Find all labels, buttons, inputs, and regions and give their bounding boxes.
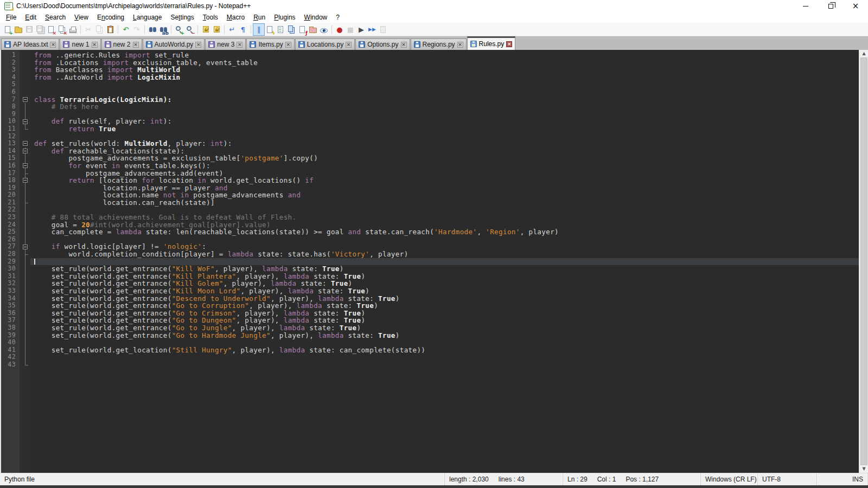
fold-collapse-icon[interactable] [23, 163, 28, 168]
redo-icon[interactable]: ↷ [131, 24, 142, 35]
code-line[interactable]: 27 if world.logic[player] != 'nologic': [1, 243, 859, 251]
close-icon[interactable]: × [46, 24, 56, 35]
code-line[interactable]: 8 # Defs here [1, 103, 859, 111]
macro-play-icon[interactable]: ▶ [356, 24, 367, 35]
code-line[interactable]: 21 location.can_reach(state)] [1, 199, 859, 207]
macro-save-icon[interactable] [378, 24, 388, 35]
scrollbar-thumb[interactable] [860, 57, 867, 465]
fold-collapse-icon[interactable] [23, 245, 28, 249]
code-line[interactable]: 14 def reachable_locations(state): [1, 147, 859, 155]
save-all-icon[interactable] [35, 24, 46, 35]
paste-icon[interactable] [105, 24, 116, 35]
code-line[interactable]: 30 set_rule(world.get_entrance("Kill WoF… [1, 265, 859, 273]
scroll-down-icon[interactable]: ▼ [862, 466, 865, 472]
menu-item-search[interactable]: Search [41, 12, 70, 22]
code-line[interactable]: 15 postgame_advancements = exclusion_tab… [1, 155, 859, 162]
function-list-icon[interactable]: ϟ [264, 24, 275, 35]
fold-collapse-icon[interactable] [23, 178, 28, 183]
scroll-up-icon[interactable]: ▲ [862, 51, 865, 56]
tab-close-icon[interactable]: × [195, 42, 201, 48]
cut-icon[interactable]: ✂ [83, 24, 94, 35]
code-line[interactable]: 6 [1, 88, 859, 96]
zoom-in-icon[interactable]: + [174, 24, 184, 35]
fold-collapse-icon[interactable] [23, 149, 28, 153]
code-line[interactable]: 9 [1, 111, 859, 118]
menu-item-window[interactable]: Window [300, 12, 332, 22]
tab-autoworld-py[interactable]: AutoWorld.py× [143, 38, 205, 50]
menu-item-settings[interactable]: Settings [166, 12, 198, 22]
code-line[interactable]: 37 set_rule(world.get_entrance("Go to Du… [1, 317, 859, 324]
code-line[interactable]: 33 set_rule(world.get_entrance("Kill Moo… [1, 287, 859, 295]
code-line[interactable]: 32 set_rule(world.get_entrance("Kill Gol… [1, 280, 859, 287]
fold-margin[interactable] [20, 243, 30, 251]
copy-icon[interactable] [94, 24, 105, 35]
close-all-icon[interactable]: × [56, 24, 67, 35]
tab-close-icon[interactable]: × [92, 42, 98, 48]
tab-close-icon[interactable]: × [401, 42, 407, 48]
code-line[interactable]: 2from .Locations import exclusion_table,… [1, 59, 859, 67]
code-line[interactable]: 1from ..generic.Rules import set_rule [1, 52, 859, 59]
open-icon[interactable] [13, 24, 24, 35]
code-line[interactable]: 12 [1, 133, 859, 140]
tab-close-icon[interactable]: × [237, 42, 242, 48]
vertical-scrollbar[interactable]: ▲ ▼ [859, 50, 868, 473]
code-line[interactable]: 36 set_rule(world.get_entrance("Go to Cr… [1, 310, 859, 317]
code-line[interactable]: 10 def rule(self, player: int): [1, 118, 859, 125]
new-file-icon[interactable]: + [2, 24, 13, 35]
close-button[interactable]: × [843, 0, 868, 12]
code-line[interactable]: 17 postgame_advancements.add(event) [1, 170, 859, 177]
code-line[interactable]: 5 [1, 81, 859, 88]
macro-stop-icon[interactable]: ■ [345, 24, 356, 35]
code-area[interactable]: 1from ..generic.Rules import set_rule2fr… [1, 50, 859, 473]
menu-item-file[interactable]: File [2, 12, 21, 22]
code-line[interactable]: 40 [1, 339, 859, 346]
show-all-characters-icon[interactable]: ¶ [238, 24, 248, 35]
code-line[interactable]: 16 for event in events_table.keys(): [1, 162, 859, 170]
fold-collapse-icon[interactable] [23, 119, 28, 124]
indent-guide-icon[interactable]: ∥ [253, 24, 264, 35]
menu-item-tools[interactable]: Tools [199, 12, 222, 22]
menu-item-view[interactable]: View [70, 12, 93, 22]
tab-close-icon[interactable]: × [133, 42, 139, 48]
code-line[interactable]: 20 location.name not in postgame_advance… [1, 191, 859, 199]
code-line[interactable]: 11 return True [1, 125, 859, 133]
tab-close-icon[interactable]: × [285, 42, 291, 48]
code-line[interactable]: 4from ..AutoWorld import LogicMixin [1, 74, 859, 81]
tab-close-icon[interactable]: × [50, 42, 56, 48]
tab-items-py[interactable]: Items.py× [246, 38, 294, 50]
fold-margin[interactable] [20, 96, 30, 104]
fold-collapse-icon[interactable] [23, 97, 28, 102]
save-icon[interactable] [24, 24, 35, 35]
doc-switcher-icon[interactable] [286, 24, 297, 35]
tab-regions-py[interactable]: Regions.py× [411, 38, 467, 50]
tab-new-2[interactable]: new 2× [101, 38, 142, 50]
restore-button[interactable] [818, 0, 843, 12]
print-icon[interactable] [67, 24, 78, 35]
minimize-button[interactable] [793, 0, 818, 12]
code-line[interactable]: 28 world.completion_condition[player] = … [1, 251, 859, 258]
fold-margin[interactable] [20, 140, 30, 147]
code-line[interactable]: 18 return [location for location in worl… [1, 177, 859, 184]
menu-item-encoding[interactable]: Encoding [93, 12, 129, 22]
tab-close-icon[interactable]: × [457, 42, 463, 48]
code-line[interactable]: 25 can_complete = lambda state: len(reac… [1, 228, 859, 236]
zoom-out-icon[interactable]: − [184, 24, 195, 35]
code-line[interactable]: 29 [1, 258, 859, 266]
menu-item-language[interactable]: Language [129, 12, 166, 22]
tab-locations-py[interactable]: Locations.py× [295, 38, 355, 50]
macro-record-icon[interactable]: ● [334, 24, 345, 35]
code-line[interactable]: 19 location.player == player and [1, 184, 859, 192]
word-wrap-icon[interactable]: ↵ [227, 24, 238, 35]
code-line[interactable]: 39 set_rule(world.get_entrance("Go to Ha… [1, 332, 859, 339]
function-list-panel-icon[interactable]: ƒ [297, 24, 308, 35]
tab-close-icon[interactable]: × [346, 42, 352, 48]
find-icon[interactable] [147, 24, 158, 35]
document-map-icon[interactable] [275, 24, 286, 35]
sync-vertical-icon[interactable] [200, 24, 211, 35]
code-line[interactable]: 26 [1, 236, 859, 243]
tab-options-py[interactable]: Options.py× [355, 38, 410, 50]
code-line[interactable]: 41 set_rule(world.get_location("Still Hu… [1, 346, 859, 354]
tab-new-3[interactable]: new 3× [205, 38, 246, 50]
menu-item-[interactable]: ? [331, 12, 344, 22]
fold-margin[interactable] [20, 118, 30, 125]
